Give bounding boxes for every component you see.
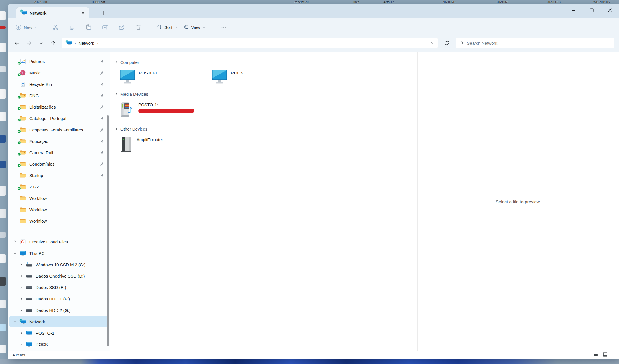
sidebar-item-workflow[interactable]: Workflow <box>9 204 108 215</box>
group-name: Computer <box>120 60 139 65</box>
toolbar-separator <box>212 23 212 32</box>
search-input[interactable] <box>466 40 611 46</box>
sidebar-item-startup[interactable]: Startup <box>9 170 108 181</box>
sidebar-item-cat-logo-portugal[interactable]: Catálogo - Portugal <box>9 113 108 124</box>
pin-icon[interactable] <box>99 93 104 98</box>
network-icon <box>19 319 27 324</box>
pin-icon[interactable] <box>99 82 104 86</box>
up-button[interactable] <box>48 38 58 48</box>
see-more-button[interactable] <box>217 21 230 33</box>
sidebar-item-workflow[interactable]: Workflow <box>9 215 108 227</box>
sidebar-item-creative-cloud-files[interactable]: Creative Cloud Files <box>9 236 108 247</box>
chevron-right-icon[interactable] <box>17 343 25 346</box>
sidebar-item-workflow[interactable]: Workflow <box>9 192 108 204</box>
chevron-right-icon[interactable] <box>17 309 25 312</box>
chevron-right-icon[interactable] <box>17 274 25 278</box>
group-header-other-devices[interactable]: Other Devices <box>115 125 417 133</box>
sort-button[interactable]: Sort <box>154 21 180 33</box>
sidebar-item-label: Creative Cloud Files <box>29 239 108 244</box>
items-count: 4 items <box>13 353 25 357</box>
sidebar-item-this-pc[interactable]: This PC <box>9 247 108 259</box>
pin-icon[interactable] <box>99 59 104 64</box>
sidebar-item-network[interactable]: Network <box>9 316 108 327</box>
sidebar-item-label: 2022 <box>29 184 108 189</box>
sidebar-item-dados-hdd-1-f[interactable]: Dados HDD 1 (F:) <box>9 293 108 304</box>
chevron-right-icon[interactable] <box>17 332 25 335</box>
rename-button[interactable] <box>99 21 111 33</box>
sidebar-item-educa-o[interactable]: Educação <box>9 135 108 147</box>
pin-icon[interactable] <box>99 71 104 75</box>
sidebar-item-despesas-gerais-familiares[interactable]: Despesas Gerais Familiares <box>9 124 108 135</box>
recent-locations-chevron[interactable] <box>36 38 46 48</box>
sidebar-item-dados-hdd-2-g[interactable]: Dados HDD 2 (G:) <box>9 304 108 316</box>
pin-icon[interactable] <box>99 128 104 132</box>
desktop-icon-fragment <box>0 345 6 353</box>
pin-icon[interactable] <box>99 116 104 121</box>
group-header-media-devices[interactable]: Media Devices <box>115 90 417 98</box>
tab-close-icon[interactable] <box>79 9 87 17</box>
sidebar-item-posto-1[interactable]: POSTO-1 <box>9 327 108 339</box>
search-box[interactable] <box>456 38 614 48</box>
address-dropdown-chevron[interactable] <box>431 40 434 46</box>
pin-icon[interactable] <box>99 173 104 178</box>
delete-button[interactable] <box>132 21 144 33</box>
chevron-right-icon[interactable] <box>17 286 25 289</box>
chevron-right-icon[interactable] <box>11 240 19 243</box>
tile-label: POSTO-1 <box>139 70 158 75</box>
sidebar-item-dados-ssd-e[interactable]: Dados SSD (E:) <box>9 282 108 293</box>
close-button[interactable] <box>601 4 619 17</box>
tab-network[interactable]: Network <box>16 7 89 18</box>
pin-icon[interactable] <box>99 139 104 143</box>
sidebar-item-rock[interactable]: ROCK <box>9 339 108 350</box>
back-button[interactable] <box>12 38 22 48</box>
sidebar-item-dados-onedrive-ssd-d[interactable]: Dados Onedrive SSD (D:) <box>9 270 108 282</box>
sidebar-divider <box>11 231 106 231</box>
sidebar-item-2022[interactable]: 2022 <box>9 181 108 192</box>
tile-posto-1[interactable]: POSTO-1 <box>118 68 210 86</box>
search-icon <box>459 41 463 45</box>
pin-icon[interactable] <box>99 162 104 166</box>
sidebar-item-label: Dados HDD 1 (F:) <box>36 296 108 301</box>
maximize-button[interactable] <box>583 4 601 17</box>
chevron-right-icon[interactable] <box>17 263 25 266</box>
large-icons-view-icon[interactable] <box>603 352 608 358</box>
minimize-button[interactable] <box>564 4 583 17</box>
copy-button[interactable] <box>66 21 78 33</box>
desktop-icon-fragment <box>0 26 6 29</box>
view-button[interactable]: View <box>180 21 208 33</box>
tile-rock[interactable]: ROCK <box>210 68 302 86</box>
new-tab-button[interactable] <box>99 9 108 17</box>
details-view-icon[interactable] <box>593 352 598 358</box>
share-button[interactable] <box>115 21 128 33</box>
sidebar-item-windows-10-ssd-m-2-c[interactable]: Windows 10 SSD M.2 (C:) <box>9 259 108 270</box>
chevron-down-icon[interactable] <box>11 320 19 323</box>
sidebar-item-digitaliza-es[interactable]: Digitalizações <box>9 101 108 113</box>
breadcrumb-network[interactable]: Network <box>78 41 94 46</box>
folder-icon <box>19 127 27 132</box>
pin-icon[interactable] <box>99 151 104 155</box>
paste-button[interactable] <box>82 21 95 33</box>
sidebar-item-camera-roll[interactable]: Camera Roll <box>9 147 108 158</box>
cut-button[interactable] <box>49 21 62 33</box>
preview-message: Select a file to preview. <box>496 199 541 204</box>
sidebar-item-dng[interactable]: DNG <box>9 90 108 101</box>
sidebar-item-label: Pictures <box>29 59 99 64</box>
pin-icon[interactable] <box>99 105 104 109</box>
sidebar-item-condom-nios[interactable]: Condomínios <box>9 158 108 170</box>
sidebar-item-music[interactable]: ♪Music <box>9 67 108 78</box>
refresh-button[interactable] <box>441 38 452 48</box>
sidebar-scrollbar[interactable] <box>107 115 109 346</box>
address-bar[interactable]: › Network › <box>62 38 438 48</box>
tile-posto-1[interactable]: ♪POSTO-1: <box>118 100 210 121</box>
forward-button[interactable] <box>24 38 34 48</box>
folder-icon <box>19 207 27 212</box>
group-header-computer[interactable]: Computer <box>115 58 417 66</box>
sidebar-item-label: ROCK <box>36 342 108 347</box>
chevron-down-icon[interactable] <box>11 252 19 255</box>
chevron-right-icon[interactable] <box>17 297 25 300</box>
tile-amplifi-router[interactable]: AmpliFi router <box>118 135 210 155</box>
sidebar-item-pictures[interactable]: Pictures <box>9 56 108 67</box>
sidebar-item-recycle-bin[interactable]: Recycle Bin <box>9 78 108 90</box>
new-button[interactable]: New <box>13 21 40 33</box>
statusbar-divider <box>30 353 30 357</box>
